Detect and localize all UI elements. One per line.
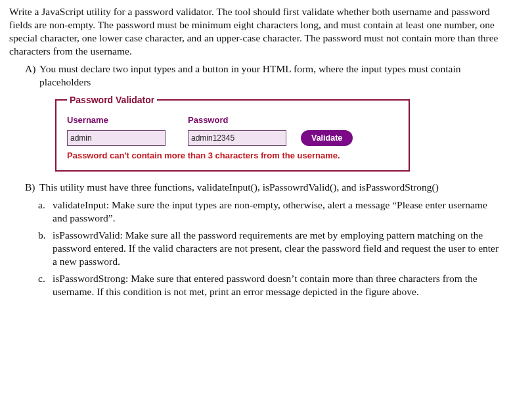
password-label: Password [188, 115, 290, 126]
subitem-c: c. isPasswordStrong: Make sure that ente… [38, 272, 502, 298]
submarker-a: a. [38, 198, 53, 225]
submarker-b: b. [38, 229, 53, 268]
password-validator-fieldset: Password Validator Username Password Val… [55, 94, 410, 172]
username-input[interactable] [67, 130, 166, 146]
submarker-c: c. [38, 272, 53, 298]
username-label: Username [67, 115, 177, 126]
button-cell: Validate [301, 130, 353, 146]
list-marker-b: B) [25, 181, 39, 194]
list-marker-a: A) [25, 62, 39, 89]
subbody-b: isPassowrdValid: Make sure all the passw… [53, 229, 502, 268]
list-body-a: You must declare two input types and a b… [39, 62, 502, 89]
username-cell [67, 130, 177, 146]
error-message: Password can't contain more than 3 chara… [67, 150, 398, 162]
labels-row: Username Password [67, 115, 398, 126]
subbody-a: validateInput: Make sure the input types… [53, 198, 502, 225]
validate-button[interactable]: Validate [301, 130, 353, 146]
subitem-a: a. validateInput: Make sure the input ty… [38, 198, 502, 225]
password-input[interactable] [188, 130, 286, 146]
list-body-b: This utility must have three functions, … [39, 181, 502, 194]
validator-figure: Password Validator Username Password Val… [55, 94, 410, 172]
fieldset-legend: Password Validator [67, 94, 157, 106]
inputs-row: Validate [67, 130, 398, 146]
list-item-a: A) You must declare two input types and … [25, 62, 502, 89]
subbody-c: isPasswordStrong: Make sure that entered… [53, 272, 502, 298]
question-intro: Write a JavaScript utility for a passwor… [9, 5, 502, 58]
list-item-b: B) This utility must have three function… [25, 181, 502, 194]
password-cell [188, 130, 290, 146]
subitem-b: b. isPassowrdValid: Make sure all the pa… [38, 229, 502, 268]
sublist: a. validateInput: Make sure the input ty… [38, 198, 502, 299]
